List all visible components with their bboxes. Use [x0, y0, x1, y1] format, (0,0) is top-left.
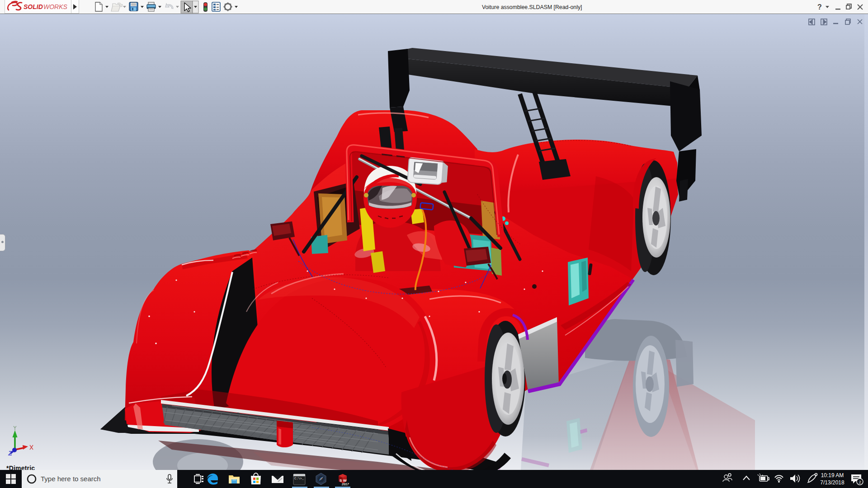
svg-text:2: 2	[859, 479, 861, 484]
svg-text:C:\>_: C:\>_	[294, 477, 304, 480]
svg-text:W: W	[343, 479, 347, 483]
svg-text:?: ?	[817, 3, 822, 11]
svg-text:S: S	[340, 479, 342, 483]
svg-text:2017: 2017	[341, 483, 349, 486]
